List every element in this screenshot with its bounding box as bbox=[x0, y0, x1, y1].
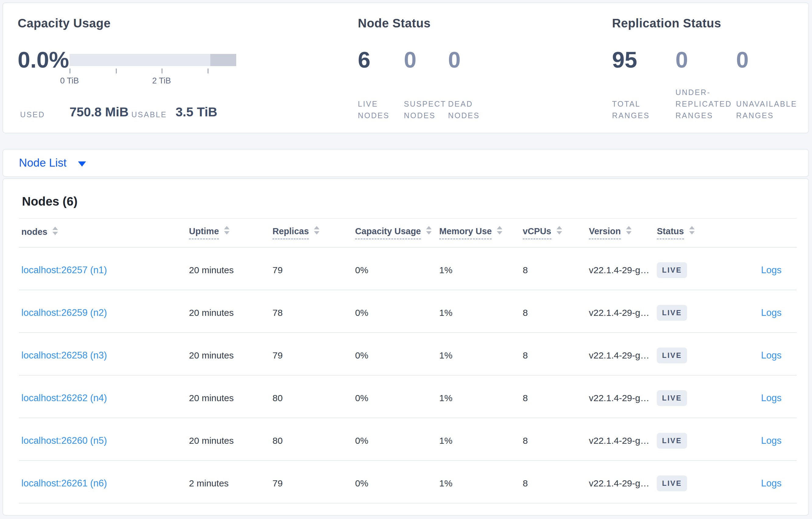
unavailable-ranges-stat: 0 UNAVAILABLE RANGES bbox=[736, 3, 809, 134]
version-cell: v22.1.4-29-g… bbox=[586, 290, 655, 333]
vcpus-cell: 8 bbox=[520, 290, 586, 333]
sort-icon bbox=[626, 226, 632, 235]
node-address-cell: localhost:26259 (n2) bbox=[19, 290, 186, 333]
dead-nodes-label: DEAD NODES bbox=[448, 98, 480, 121]
memory-use-cell: 1% bbox=[437, 418, 520, 460]
table-row: localhost:26258 (n3)20 minutes790%1%8v22… bbox=[19, 333, 797, 375]
capacity-usage-cell: 0% bbox=[353, 460, 437, 503]
node-address-link[interactable]: localhost:26260 (n5) bbox=[21, 435, 107, 446]
column-header-version[interactable]: Version bbox=[586, 218, 655, 247]
replicas-cell: 78 bbox=[270, 290, 353, 333]
chevron-down-icon bbox=[78, 161, 86, 166]
axis-tick bbox=[69, 68, 70, 73]
column-header-logs-spacer bbox=[727, 218, 797, 247]
nodes-table-card: Nodes (6) nodes Uptime Replicas Capacity… bbox=[2, 178, 809, 516]
node-address-cell: localhost:26258 (n3) bbox=[19, 333, 186, 375]
memory-use-cell: 1% bbox=[437, 247, 520, 290]
axis-tick bbox=[116, 68, 117, 73]
status-badge: LIVE bbox=[657, 433, 687, 449]
suspect-nodes-value: 0 bbox=[404, 49, 416, 71]
used-label: USED bbox=[20, 110, 45, 119]
version-cell: v22.1.4-29-g… bbox=[586, 460, 655, 503]
version-cell: v22.1.4-29-g… bbox=[586, 375, 655, 418]
logs-link[interactable]: Logs bbox=[761, 478, 782, 489]
version-cell: v22.1.4-29-g… bbox=[586, 418, 655, 460]
status-cell: LIVE bbox=[655, 418, 727, 460]
status-badge: LIVE bbox=[657, 476, 687, 491]
uptime-cell: 2 minutes bbox=[186, 460, 270, 503]
memory-use-cell: 1% bbox=[437, 290, 520, 333]
column-header-capacity-usage[interactable]: Capacity Usage bbox=[353, 218, 437, 247]
column-header-nodes[interactable]: nodes bbox=[19, 218, 186, 247]
node-address-link[interactable]: localhost:26259 (n2) bbox=[21, 307, 107, 318]
under-replicated-ranges-value: 0 bbox=[675, 49, 688, 71]
replicas-cell: 79 bbox=[270, 460, 353, 503]
status-badge: LIVE bbox=[657, 390, 687, 406]
version-cell: v22.1.4-29-g… bbox=[586, 247, 655, 290]
capacity-usage-cell: 0% bbox=[353, 290, 437, 333]
uptime-cell: 20 minutes bbox=[186, 375, 270, 418]
node-address-link[interactable]: localhost:26257 (n1) bbox=[21, 265, 107, 275]
unavailable-ranges-label: UNAVAILABLE RANGES bbox=[736, 98, 797, 121]
vcpus-cell: 8 bbox=[520, 375, 586, 418]
status-badge: LIVE bbox=[657, 262, 687, 278]
live-nodes-value: 6 bbox=[358, 49, 370, 71]
column-label: Memory Use bbox=[439, 226, 492, 239]
node-address-cell: localhost:26260 (n5) bbox=[19, 418, 186, 460]
total-ranges-stat: 95 TOTAL RANGES bbox=[612, 3, 685, 134]
column-label: Replicas bbox=[272, 226, 309, 239]
column-label: Capacity Usage bbox=[355, 226, 421, 239]
axis-tick bbox=[208, 68, 208, 73]
column-label: nodes bbox=[21, 227, 47, 239]
status-cell: LIVE bbox=[655, 247, 727, 290]
capacity-usage-cell: 0% bbox=[353, 418, 437, 460]
sort-icon bbox=[497, 226, 502, 235]
capacity-bar-reserved-segment bbox=[210, 54, 236, 66]
column-label: Uptime bbox=[189, 226, 219, 239]
version-cell: v22.1.4-29-g… bbox=[586, 333, 655, 375]
memory-use-cell: 1% bbox=[437, 460, 520, 503]
column-header-replicas[interactable]: Replicas bbox=[270, 218, 353, 247]
node-list-dropdown[interactable]: Node List bbox=[19, 157, 86, 169]
status-badge: LIVE bbox=[657, 305, 687, 321]
column-label: Status bbox=[657, 226, 684, 239]
status-cell: LIVE bbox=[655, 375, 727, 418]
node-address-link[interactable]: localhost:26258 (n3) bbox=[21, 350, 107, 361]
node-address-link[interactable]: localhost:26262 (n4) bbox=[21, 393, 107, 403]
column-header-memory-use[interactable]: Memory Use bbox=[437, 218, 520, 247]
used-value: 750.8 MiB bbox=[69, 105, 128, 119]
logs-link[interactable]: Logs bbox=[761, 265, 782, 275]
logs-link[interactable]: Logs bbox=[761, 307, 782, 318]
sort-icon bbox=[52, 226, 58, 235]
sort-icon bbox=[689, 226, 695, 235]
uptime-cell: 20 minutes bbox=[186, 290, 270, 333]
uptime-cell: 20 minutes bbox=[186, 333, 270, 375]
logs-link[interactable]: Logs bbox=[761, 435, 782, 446]
capacity-usage-cell: 0% bbox=[353, 375, 437, 418]
table-row: localhost:26261 (n6)2 minutes790%1%8v22.… bbox=[19, 460, 797, 503]
logs-cell: Logs bbox=[727, 460, 797, 503]
live-nodes-label: LIVE NODES bbox=[358, 98, 389, 121]
column-header-status[interactable]: Status bbox=[655, 218, 727, 247]
replicas-cell: 80 bbox=[270, 418, 353, 460]
status-cell: LIVE bbox=[655, 333, 727, 375]
node-address-link[interactable]: localhost:26261 (n6) bbox=[21, 478, 107, 489]
logs-cell: Logs bbox=[727, 418, 797, 460]
under-replicated-ranges-label: UNDER- REPLICATED RANGES bbox=[675, 87, 732, 121]
memory-use-cell: 1% bbox=[437, 333, 520, 375]
axis-tick-label: 2 TiB bbox=[143, 76, 180, 86]
capacity-bar bbox=[69, 54, 236, 66]
uptime-cell: 20 minutes bbox=[186, 247, 270, 290]
sort-icon bbox=[224, 226, 230, 235]
column-header-vcpus[interactable]: vCPUs bbox=[520, 218, 586, 247]
view-selector-bar: Node List bbox=[2, 149, 809, 177]
table-row: localhost:26259 (n2)20 minutes780%1%8v22… bbox=[19, 290, 797, 333]
cluster-overview-card: Capacity Usage 0.0% 0 TiB 2 TiB USED 750… bbox=[2, 2, 809, 133]
logs-link[interactable]: Logs bbox=[761, 350, 782, 361]
replicas-cell: 79 bbox=[270, 247, 353, 290]
usable-label: USABLE bbox=[132, 110, 167, 119]
column-header-uptime[interactable]: Uptime bbox=[186, 218, 270, 247]
logs-link[interactable]: Logs bbox=[761, 393, 782, 403]
node-address-cell: localhost:26262 (n4) bbox=[19, 375, 186, 418]
sort-icon bbox=[557, 226, 562, 235]
